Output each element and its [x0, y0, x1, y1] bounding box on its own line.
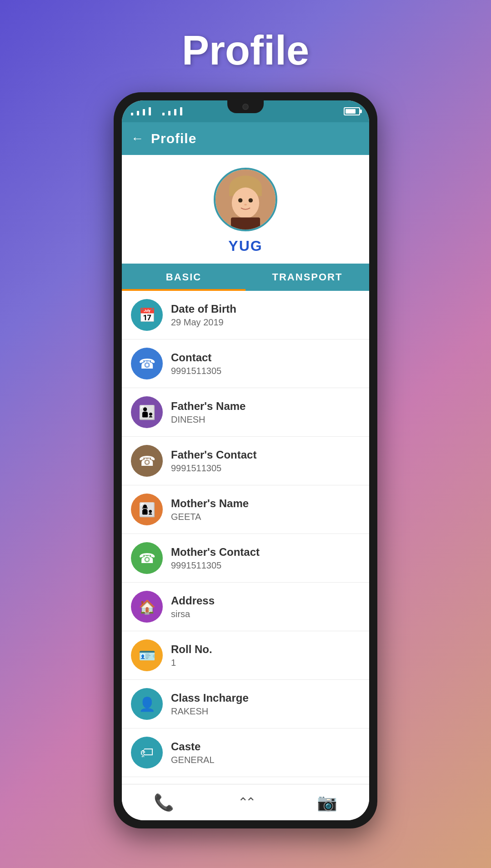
phone-frame: ← Profile — [114, 92, 377, 828]
tab-basic[interactable]: BASIC — [122, 264, 246, 291]
rollno-value: 1 — [171, 658, 212, 668]
signal-bar-5 — [162, 113, 165, 115]
mothers-contact-value: 9991511305 — [171, 560, 260, 571]
fathers-contact-value: 9991511305 — [171, 463, 256, 474]
app-header: ← Profile — [122, 122, 369, 155]
tabs-bar: BASIC TRANSPORT — [122, 264, 369, 291]
signal-bar-1 — [131, 113, 133, 115]
tab-transport[interactable]: TRANSPORT — [246, 264, 369, 291]
address-value: sirsa — [171, 609, 215, 619]
class-incharge-label: Class Incharge — [171, 692, 249, 704]
list-item: 🏷 Caste GENERAL — [122, 728, 369, 777]
fathers-name-label: Father's Name — [171, 400, 246, 413]
svg-point-4 — [238, 198, 242, 202]
list-item: 🏠 Address sirsa — [122, 583, 369, 631]
contact-icon: ☎ — [131, 348, 163, 379]
svg-point-5 — [249, 198, 253, 202]
rollno-label: Roll No. — [171, 643, 212, 656]
signal-bar-6 — [168, 111, 170, 115]
contact-label: Contact — [171, 351, 221, 364]
phone-screen: ← Profile — [122, 100, 369, 820]
signal-bar-3 — [143, 109, 145, 115]
dob-text: Date of Birth 29 May 2019 — [171, 303, 236, 328]
signal-bar-2 — [137, 111, 139, 115]
contact-text: Contact 9991511305 — [171, 351, 221, 376]
battery-fill — [346, 109, 356, 114]
fathers-contact-icon: ☎ — [131, 445, 163, 477]
list-item: ☎ Contact 9991511305 — [122, 339, 369, 388]
camera-dot — [242, 104, 249, 110]
avatar — [214, 168, 277, 231]
list-item: ☎ Father's Contact 9991511305 — [122, 437, 369, 485]
mothers-name-text: Mother's Name GEETA — [171, 497, 249, 522]
address-icon: 🏠 — [131, 591, 163, 623]
address-label: Address — [171, 594, 215, 607]
bottom-nav: 📞 ⌃⌃ 📷 — [122, 784, 369, 820]
rollno-icon: 🪪 — [131, 639, 163, 671]
caste-label: Caste — [171, 740, 215, 753]
mothers-contact-icon: ☎ — [131, 542, 163, 574]
chevron-up-icon[interactable]: ⌃⌃ — [238, 795, 253, 810]
back-button[interactable]: ← — [131, 131, 144, 146]
signal-bar-8 — [180, 107, 182, 115]
list-item: 👩‍👦 Mother's Name GEETA — [122, 485, 369, 534]
page-title: Profile — [182, 27, 309, 74]
signal-bar-7 — [174, 109, 176, 115]
signal-area — [131, 107, 182, 115]
mothers-name-icon: 👩‍👦 — [131, 494, 163, 525]
caste-value: GENERAL — [171, 755, 215, 765]
list-item: 📅 Date of Birth 29 May 2019 — [122, 291, 369, 339]
caste-text: Caste GENERAL — [171, 740, 215, 765]
list-item: 👨‍👦 Father's Name DINESH — [122, 388, 369, 437]
fathers-contact-text: Father's Contact 9991511305 — [171, 449, 256, 474]
signal-bar-4 — [149, 107, 151, 115]
status-bar — [122, 100, 369, 122]
svg-rect-7 — [231, 218, 260, 229]
fathers-name-value: DINESH — [171, 414, 246, 425]
mothers-name-value: GEETA — [171, 512, 249, 522]
fathers-name-text: Father's Name DINESH — [171, 400, 246, 425]
list-item: 🪪 Roll No. 1 — [122, 631, 369, 680]
battery-icon — [344, 107, 360, 115]
notch — [227, 100, 264, 113]
svg-point-3 — [232, 188, 259, 219]
contact-value: 9991511305 — [171, 366, 221, 376]
caste-icon: 🏷 — [131, 737, 163, 768]
list-item: 👤 Class Incharge RAKESH — [122, 680, 369, 728]
class-incharge-icon: 👤 — [131, 688, 163, 720]
class-incharge-text: Class Incharge RAKESH — [171, 692, 249, 717]
class-incharge-value: RAKESH — [171, 706, 249, 717]
list-item: ☎ Mother's Contact 9991511305 — [122, 534, 369, 583]
mothers-contact-label: Mother's Contact — [171, 546, 260, 559]
info-list: 📅 Date of Birth 29 May 2019 ☎ Contact 99… — [122, 291, 369, 784]
app-header-title: Profile — [151, 131, 196, 146]
svg-point-6 — [244, 204, 247, 205]
address-text: Address sirsa — [171, 594, 215, 619]
fathers-name-icon: 👨‍👦 — [131, 396, 163, 428]
rollno-text: Roll No. 1 — [171, 643, 212, 668]
phone-nav-icon[interactable]: 📞 — [154, 793, 174, 812]
mothers-name-label: Mother's Name — [171, 497, 249, 510]
dob-value: 29 May 2019 — [171, 317, 236, 328]
profile-section: YUG — [122, 155, 369, 264]
mothers-contact-text: Mother's Contact 9991511305 — [171, 546, 260, 571]
fathers-contact-label: Father's Contact — [171, 449, 256, 461]
dob-label: Date of Birth — [171, 303, 236, 315]
dob-icon: 📅 — [131, 299, 163, 331]
student-name: YUG — [228, 238, 262, 254]
camera-nav-icon[interactable]: 📷 — [317, 793, 337, 812]
